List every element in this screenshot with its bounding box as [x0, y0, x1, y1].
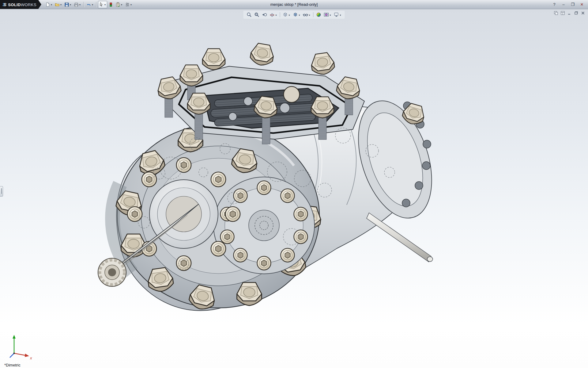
- tile-window-icon: [561, 11, 565, 15]
- color-status-button[interactable]: [107, 1, 114, 8]
- chevron-down-icon[interactable]: [91, 2, 94, 7]
- close-button[interactable]: ✕: [578, 1, 586, 8]
- document-window-controls: [553, 10, 586, 15]
- apply-scene-icon: [324, 12, 329, 17]
- minimize-window-icon: [567, 11, 571, 15]
- chevron-down-icon[interactable]: [60, 2, 62, 7]
- chevron-down-icon[interactable]: [329, 13, 332, 17]
- select-arrow-icon: [99, 2, 104, 7]
- view-settings-button[interactable]: [333, 11, 342, 18]
- options-sliders-icon: [125, 2, 130, 7]
- feature-tree-collapse-tab[interactable]: [0, 186, 3, 197]
- chevron-down-icon[interactable]: [308, 13, 311, 17]
- graphics-area[interactable]: x *Dimetric: [0, 9, 588, 368]
- view-orientation-label: *Dimetric: [4, 363, 21, 367]
- chevron-down-icon[interactable]: [275, 13, 277, 17]
- zoom-to-fit-icon: [247, 12, 252, 17]
- gearbox-model[interactable]: [0, 9, 588, 368]
- restore-button[interactable]: ❐: [568, 1, 577, 8]
- output-shaft: [367, 213, 433, 262]
- chevron-down-icon[interactable]: [298, 13, 301, 17]
- chevron-down-icon[interactable]: [288, 13, 291, 17]
- view-settings-icon: [334, 12, 339, 17]
- print-button[interactable]: [73, 1, 82, 8]
- previous-view-icon: [262, 12, 267, 17]
- color-status-icon: [108, 2, 113, 7]
- new-window-icon: [554, 11, 558, 15]
- new-document-icon: [45, 2, 50, 7]
- section-view-button[interactable]: [269, 11, 278, 18]
- minimize-button[interactable]: –: [559, 1, 568, 8]
- chevron-down-icon[interactable]: [69, 2, 72, 7]
- chevron-down-icon[interactable]: [104, 2, 106, 7]
- chevron-down-icon[interactable]: [50, 2, 53, 7]
- open-folder-icon: [55, 2, 60, 7]
- titlebar: 3S SOLIDWORKS: [0, 0, 588, 9]
- chevron-down-icon[interactable]: [120, 2, 123, 7]
- doc-restore-button[interactable]: [573, 10, 579, 15]
- edit-appearance-ball-icon: [316, 12, 322, 17]
- display-style-icon: [293, 12, 298, 17]
- restore-window-icon: [574, 11, 578, 15]
- view-orientation-cube-icon: [283, 12, 288, 17]
- doc-minimize-button[interactable]: [567, 10, 572, 15]
- chevron-down-icon[interactable]: [339, 13, 342, 17]
- toolbar-separator: [280, 12, 280, 17]
- undo-icon: [86, 2, 91, 7]
- view-orientation-button[interactable]: [282, 11, 291, 18]
- zoom-to-area-button[interactable]: [254, 11, 260, 18]
- hide-show-items-button[interactable]: [302, 11, 311, 18]
- brand-name: SOLIDWORKS: [8, 2, 36, 7]
- reference-triad: x: [4, 332, 33, 362]
- save-icon: [64, 2, 69, 7]
- doc-close-button[interactable]: [580, 10, 586, 15]
- y-axis-arrow: [13, 335, 16, 339]
- chevron-down-icon[interactable]: [79, 2, 81, 7]
- hide-show-glasses-icon: [303, 12, 308, 17]
- new-button[interactable]: [44, 1, 54, 8]
- help-button[interactable]: ?: [550, 1, 559, 8]
- edit-appearance-button[interactable]: [315, 11, 322, 18]
- toolbar-separator: [84, 2, 84, 7]
- select-button[interactable]: [98, 1, 107, 8]
- secondary-flange: [213, 177, 315, 274]
- z-axis-arrow: [10, 353, 14, 358]
- print-icon: [74, 2, 79, 7]
- undo-button[interactable]: [85, 1, 95, 8]
- toolbar-separator: [313, 12, 314, 17]
- 3ds-logo-icon: 3S: [2, 2, 6, 7]
- zoom-to-area-icon: [254, 12, 260, 17]
- apply-scene-button[interactable]: [323, 11, 332, 18]
- heads-up-view-toolbar: [243, 11, 345, 19]
- previous-view-button[interactable]: [261, 11, 268, 18]
- close-window-icon: [581, 11, 585, 15]
- new-window-button[interactable]: [553, 10, 559, 15]
- display-style-button[interactable]: [292, 11, 301, 18]
- document-title: menjac sklop * [Read-only]: [270, 2, 318, 7]
- options-button[interactable]: [124, 1, 133, 8]
- solidworks-logo: 3S SOLIDWORKS: [0, 0, 41, 9]
- section-view-icon: [270, 12, 275, 17]
- chevron-down-icon[interactable]: [130, 2, 132, 7]
- solidworks-window: 3S SOLIDWORKS: [0, 0, 588, 368]
- properties-button[interactable]: [115, 1, 124, 8]
- properties-clipboard-icon: [115, 2, 120, 7]
- save-button[interactable]: [63, 1, 73, 8]
- window-controls: ? – ❐ ✕: [550, 1, 588, 8]
- tile-window-button[interactable]: [560, 10, 565, 15]
- standard-toolbar: [44, 1, 133, 8]
- zoom-to-fit-button[interactable]: [246, 11, 253, 18]
- x-axis-label: x: [30, 356, 32, 360]
- toolbar-separator: [96, 2, 96, 7]
- x-axis-arrow: [25, 354, 29, 357]
- open-button[interactable]: [54, 1, 63, 8]
